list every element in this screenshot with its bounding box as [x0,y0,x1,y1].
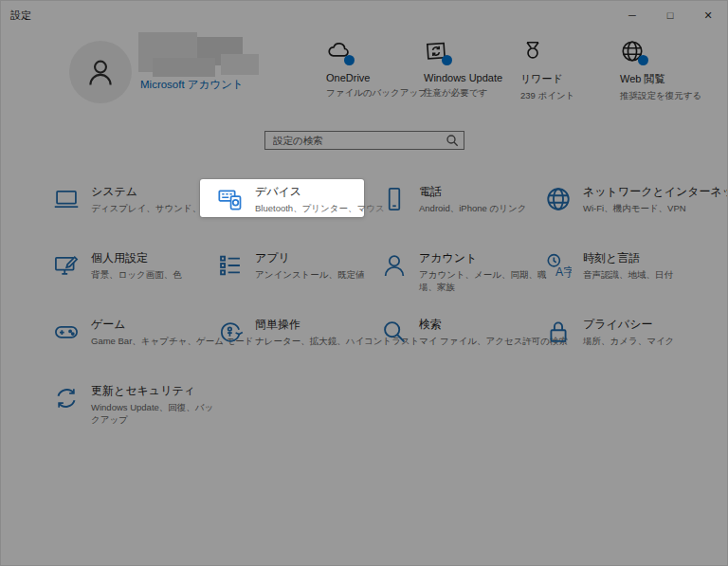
redacted-account-name [221,54,259,75]
tile-time-language[interactable]: A字 時刻と言語音声認識、地域、日付 [528,246,692,283]
search-tile-icon [381,319,408,345]
tile-network[interactable]: ネットワークとインターネットWi-Fi、機内モード、VPN [528,179,692,217]
gaming-icon [53,319,80,345]
time-language-icon: A字 [545,252,572,279]
personalization-icon [53,252,80,279]
web-browsing-icon [620,39,645,64]
tile-devices[interactable]: デバイスBluetooth、プリンター、マウス [200,179,364,217]
quick-status-web-browsing[interactable]: Web 閲覧 推奨設定を復元する [620,39,719,102]
avatar[interactable] [69,41,132,103]
ease-of-access-icon [217,319,244,345]
redacted-account-name [153,58,215,77]
window-controls: ─ □ ✕ [613,1,727,29]
minimize-button[interactable]: ─ [613,1,651,29]
quick-status-subtitle: 注意が必要です [424,87,522,100]
accounts-icon [381,252,408,279]
tile-gaming[interactable]: ゲームGame Bar、キャプチャ、ゲーム モード [36,312,200,350]
status-dot [442,55,452,65]
person-icon [84,56,117,88]
onedrive-cloud-icon [326,39,351,64]
quick-status-subtitle: 推奨設定を復元する [620,90,719,102]
update-security-icon [53,385,80,411]
quick-status-windows-update[interactable]: Windows Update 注意が必要です [424,39,522,100]
system-icon [53,186,80,212]
status-dot [638,55,648,65]
windows-update-icon [424,39,448,64]
devices-icon [217,186,244,212]
tile-system[interactable]: システムディスプレイ、サウンド、通知、電源 [36,179,200,217]
tile-privacy[interactable]: プライバシー場所、カメラ、マイク [528,312,692,350]
window-title: 設定 [1,9,31,23]
search-icon [445,133,460,148]
tile-phone[interactable]: 電話Android、iPhone のリンク [364,179,528,217]
tile-search[interactable]: 検索マイ ファイル、アクセス許可の検索 [364,312,528,350]
phone-icon [381,186,408,212]
quick-status-title: Web 閲覧 [620,72,719,86]
close-button[interactable]: ✕ [689,1,727,29]
privacy-icon [545,319,572,345]
settings-window: 設定 ─ □ ✕ Microsoft アカウント OneDrive ファイルのバ… [0,0,728,566]
status-dot [344,55,355,65]
rewards-medal-icon [520,39,545,64]
tile-personalization[interactable]: 個人用設定背景、ロック画面、色 [36,246,200,283]
quick-status-rewards[interactable]: リワード 239 ポイント [520,39,619,102]
microsoft-account-link[interactable]: Microsoft アカウント [140,78,244,92]
settings-tile-grid: システムディスプレイ、サウンド、通知、電源 デバイスBluetooth、プリンタ… [36,179,700,445]
title-bar: 設定 ─ □ ✕ [1,1,727,29]
tile-apps[interactable]: アプリアンインストール、既定値 [200,246,364,283]
settings-search-box[interactable] [264,131,464,150]
search-input[interactable] [265,135,445,146]
maximize-button[interactable]: □ [651,1,689,29]
quick-status-title: Windows Update [424,72,522,83]
svg-text:A字: A字 [555,265,572,279]
network-icon [545,186,572,212]
quick-status-subtitle: ファイルのバックアップ [326,87,425,100]
apps-icon [217,252,244,279]
quick-status-title: リワード [520,72,619,86]
quick-status-onedrive[interactable]: OneDrive ファイルのバックアップ [326,39,425,100]
quick-status-subtitle: 239 ポイント [520,90,619,102]
quick-status-title: OneDrive [326,72,425,83]
tile-update-security[interactable]: 更新とセキュリティWindows Update、回復、バックアップ [36,378,200,416]
tile-accounts[interactable]: アカウントアカウント、メール、同期、職場、家族 [364,246,528,283]
tile-ease-of-access[interactable]: 簡単操作ナレーター、拡大鏡、ハイコントラスト [200,312,364,350]
